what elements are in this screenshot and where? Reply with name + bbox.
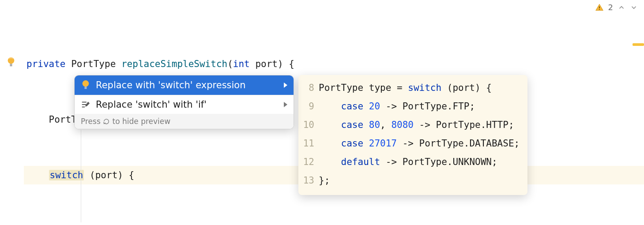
intention-bulb-icon[interactable] bbox=[6, 56, 16, 71]
bulb-icon bbox=[81, 79, 90, 91]
inspection-count: 2 bbox=[608, 3, 613, 12]
inspection-widget[interactable]: 2 bbox=[595, 3, 638, 12]
warning-icon bbox=[595, 3, 604, 12]
indent-guide bbox=[81, 130, 81, 222]
popup-hint: Press to hide preview bbox=[75, 114, 294, 129]
svg-point-2 bbox=[8, 57, 15, 64]
line-number: 12 bbox=[302, 153, 319, 171]
submenu-arrow-icon bbox=[284, 102, 287, 107]
svg-rect-7 bbox=[84, 88, 87, 89]
refactor-icon bbox=[81, 100, 90, 109]
shortcut-icon bbox=[103, 118, 110, 125]
line-number: 10 bbox=[302, 116, 319, 134]
intention-item-label: Replace with 'switch' expression bbox=[96, 80, 279, 90]
preview-line: 12 default -> PortType.UNKNOWN; bbox=[302, 153, 520, 171]
preview-line: 13 }; bbox=[302, 171, 520, 190]
svg-point-5 bbox=[83, 80, 89, 87]
svg-rect-4 bbox=[10, 65, 12, 66]
line-number: 8 bbox=[302, 79, 319, 97]
submenu-arrow-icon bbox=[284, 82, 287, 88]
svg-rect-1 bbox=[599, 9, 600, 10]
intention-popup: Replace with 'switch' expression Replace… bbox=[74, 75, 294, 129]
line-number: 13 bbox=[302, 171, 319, 190]
svg-rect-6 bbox=[84, 87, 87, 88]
preview-line: 9 case 20 -> PortType.FTP; bbox=[302, 97, 520, 116]
svg-rect-3 bbox=[10, 64, 12, 65]
chevron-up-icon[interactable] bbox=[618, 4, 625, 11]
intention-item-replace-switch-expression[interactable]: Replace with 'switch' expression bbox=[75, 75, 294, 95]
preview-line: 10 case 80, 8080 -> PortType.HTTP; bbox=[302, 116, 520, 134]
intention-item-label: Replace 'switch' with 'if' bbox=[96, 99, 279, 110]
preview-line: 8 PortType type = switch (port) { bbox=[302, 79, 520, 97]
intention-preview: 8 PortType type = switch (port) { 9 case… bbox=[298, 75, 527, 195]
code-line: private PortType replaceSimpleSwitch(int… bbox=[24, 55, 644, 73]
preview-line: 11 case 27017 -> PortType.DATABASE; bbox=[302, 134, 520, 153]
chevron-down-icon[interactable] bbox=[630, 4, 638, 11]
intention-item-replace-switch-if[interactable]: Replace 'switch' with 'if' bbox=[75, 95, 294, 114]
line-number: 9 bbox=[302, 97, 319, 116]
gutter bbox=[0, 0, 24, 225]
svg-rect-0 bbox=[599, 6, 600, 8]
line-number: 11 bbox=[302, 134, 319, 153]
